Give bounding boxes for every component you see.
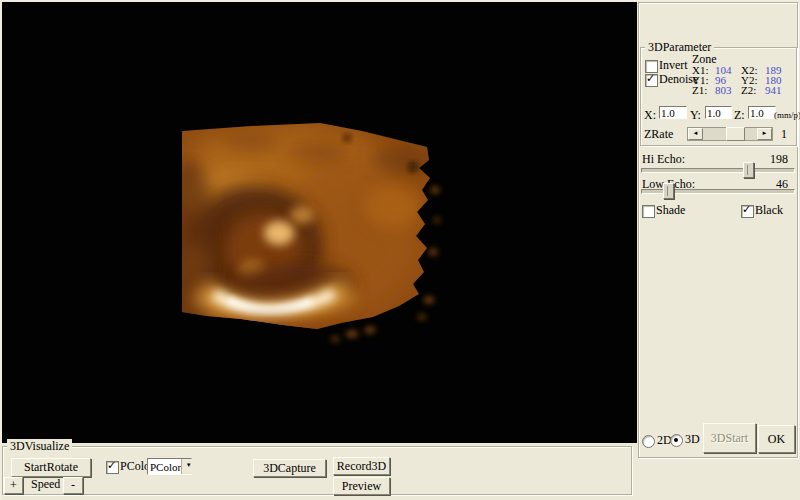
hi-echo-label: Hi Echo:	[642, 153, 685, 166]
denoise-check-icon: ✓	[646, 72, 655, 85]
speed-label: Speed	[31, 478, 60, 491]
ultrasound-render	[2, 2, 637, 443]
denoise-checkbox[interactable]: ✓	[645, 74, 658, 87]
render-viewport[interactable]	[2, 2, 637, 443]
start3d-button[interactable]: 3DStart	[703, 423, 756, 453]
group-3dparameter: 3DParameter Invert ✓ Denoise Zone X1: 10…	[640, 47, 797, 146]
zone-z1-label: Z1:	[692, 84, 707, 97]
zrate-scroll-right-icon[interactable]: ►	[757, 128, 772, 140]
group-3dvisualize: 3DVisualize StartRotate + Speed - ✓ PCol…	[2, 446, 632, 495]
zrate-scrollbar[interactable]: ◄ ►	[687, 127, 773, 141]
mode-3d-label: 3D	[685, 433, 700, 446]
scale-y-input[interactable]	[705, 106, 732, 119]
pcolor-check-icon: ✓	[107, 459, 116, 472]
hi-echo-slider-track[interactable]	[641, 168, 795, 173]
invert-label: Invert	[659, 59, 688, 72]
scale-z-label: Z:	[734, 109, 745, 122]
capture3d-button[interactable]: 3DCapture	[253, 459, 326, 477]
mode-2d-radio[interactable]	[642, 435, 655, 448]
visualize-bar: 3DVisualize StartRotate + Speed - ✓ PCol…	[0, 443, 637, 500]
hi-echo-slider-thumb[interactable]	[743, 162, 754, 178]
scale-y-label: Y:	[690, 109, 701, 122]
speed-minus-button[interactable]: -	[63, 477, 83, 494]
black-checkbox[interactable]: ✓	[741, 205, 754, 218]
start-rotate-button[interactable]: StartRotate	[11, 458, 91, 477]
zrate-scroll-left-icon[interactable]: ◄	[688, 128, 703, 140]
scale-unit-label: (mm/p)	[774, 109, 800, 122]
speed-plus-button[interactable]: +	[4, 477, 23, 494]
scale-x-label: X:	[644, 109, 656, 122]
zrate-scroll-track[interactable]	[703, 128, 757, 140]
scale-x-input[interactable]	[659, 106, 687, 119]
ok-button[interactable]: OK	[758, 425, 795, 453]
pcolor-dropdown-arrow-icon[interactable]: ▼	[181, 459, 195, 474]
hi-echo-value: 198	[770, 153, 788, 166]
pcolor-dropdown-value: PColor	[148, 461, 181, 473]
zrate-scroll-thumb[interactable]	[726, 127, 745, 141]
black-check-icon: ✓	[742, 203, 751, 216]
zrate-label: ZRate	[644, 128, 673, 141]
zone-z2-label: Z2:	[741, 84, 756, 97]
mode-3d-radio[interactable]	[670, 434, 683, 447]
group-3dvisualize-title: 3DVisualize	[7, 439, 72, 453]
pcolor-dropdown[interactable]: PColor ▼	[147, 458, 192, 475]
zone-z2-value: 941	[765, 84, 782, 97]
black-label: Black	[755, 204, 783, 217]
record3d-button[interactable]: Record3D	[333, 457, 390, 475]
preview-button[interactable]: Preview	[333, 477, 390, 495]
scale-z-input[interactable]	[748, 106, 776, 119]
shade-label: Shade	[656, 204, 685, 217]
shade-checkbox[interactable]	[642, 205, 655, 218]
zrate-value: 1	[781, 128, 787, 141]
zone-z1-value: 803	[715, 84, 732, 97]
pcolor-checkbox[interactable]: ✓	[106, 461, 119, 474]
low-echo-slider-thumb[interactable]	[663, 183, 674, 199]
parameter-panel: 3DParameter Invert ✓ Denoise Zone X1: 10…	[637, 0, 800, 500]
